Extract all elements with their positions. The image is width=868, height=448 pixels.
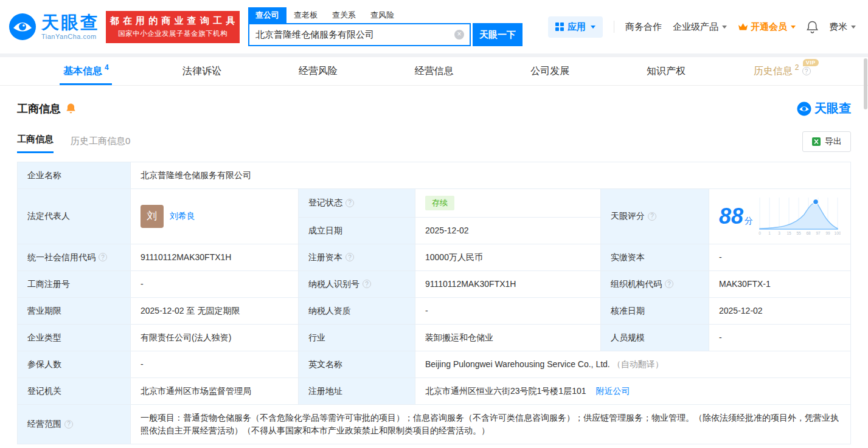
search-tab-boss[interactable]: 查老板	[286, 7, 325, 23]
tab-basic-info-label: 基本信息	[63, 65, 102, 78]
help-icon[interactable]: ?	[345, 199, 354, 207]
taxpayer-id-label: 纳税人识别号?	[299, 271, 415, 297]
subtab-history-business-info[interactable]: 历史工商信息0	[71, 136, 130, 153]
table-row: 法定代表人 刘 刘希良 登记状态? 存续 天眼评分?	[18, 189, 851, 218]
scrollbar-thumb[interactable]	[864, 58, 867, 109]
help-icon[interactable]: ?	[802, 67, 811, 75]
tab-operating-risk[interactable]: 经营风险	[260, 57, 376, 85]
search-button[interactable]: 天眼一下	[473, 23, 523, 46]
staff-size-label: 人员规模	[601, 324, 709, 351]
menu-business-cooperation[interactable]: 商务合作	[625, 21, 662, 33]
approval-date-value: 2025-12-02	[709, 297, 851, 324]
search-tab-relation[interactable]: 查关系	[325, 7, 363, 23]
menu-enterprise-products-label: 企业级产品	[673, 21, 718, 33]
org-code-value: MAK30FTX-1	[709, 271, 851, 297]
tab-operating-info-label: 经营信息	[415, 65, 454, 78]
reg-status-value: 存续	[415, 189, 601, 218]
business-term-value: 2025-12-02 至 无固定期限	[131, 297, 299, 324]
user-menu[interactable]: 费米	[829, 21, 856, 33]
tianyancha-watermark: 天眼查	[797, 100, 851, 117]
svg-text:1: 1	[768, 231, 771, 235]
vip-badge: VIP	[803, 59, 819, 66]
tab-basic-info[interactable]: 基本信息 4	[28, 57, 144, 85]
clear-search-icon[interactable]: ×	[454, 30, 464, 40]
reg-authority-label: 登记机关	[18, 377, 131, 404]
business-info-table: 企业名称 北京普隆维仓储服务有限公司 法定代表人 刘 刘希良 登记状态? 存续	[17, 162, 851, 444]
legal-rep-label: 法定代表人	[18, 189, 131, 244]
tab-legal-proceedings-label: 法律诉讼	[182, 65, 221, 78]
export-button[interactable]: 导出	[802, 131, 851, 152]
divider	[614, 21, 614, 33]
menu-enterprise-products[interactable]: 企业级产品	[673, 21, 727, 33]
search-area: 查公司 查老板 查关系 查风险 × 天眼一下	[248, 7, 523, 46]
help-icon[interactable]: ?	[665, 280, 673, 288]
section-title: 工商信息	[17, 102, 61, 116]
apps-menu[interactable]: 应用	[548, 16, 603, 38]
table-row: 营业期限 2025-12-02 至 无固定期限 纳税人资质 - 核准日期 202…	[18, 297, 851, 324]
paid-capital-value: -	[709, 244, 851, 271]
promo-banner-line2: 国家中小企业发展子基金旗下机构	[106, 29, 240, 38]
business-scope-label: 经营范围?	[18, 404, 131, 444]
score-cell: 88分 0	[709, 189, 851, 244]
reg-capital-label: 注册资本?	[299, 244, 415, 271]
help-icon[interactable]: ?	[64, 420, 73, 429]
search-input[interactable]	[249, 24, 470, 45]
taxpayer-id-value: 91110112MAK30FTX1H	[415, 271, 601, 297]
svg-text:55: 55	[796, 231, 801, 235]
tab-company-development-label: 公司发展	[530, 65, 569, 78]
help-icon[interactable]: ?	[363, 280, 371, 288]
svg-text:3: 3	[778, 231, 780, 235]
tianyancha-logo[interactable]: 天眼查 TianYanCha.com	[9, 13, 100, 41]
tianyancha-watermark-icon	[797, 102, 811, 116]
establish-date-label: 成立日期	[299, 217, 415, 244]
company-name-value: 北京普隆维仓储服务有限公司	[131, 162, 851, 189]
tab-history-info-count: 2	[795, 63, 799, 72]
tab-basic-info-count: 4	[105, 63, 109, 72]
tab-legal-proceedings[interactable]: 法律诉讼	[144, 57, 260, 85]
search-tab-risk[interactable]: 查风险	[363, 7, 401, 23]
svg-text:99: 99	[825, 231, 830, 235]
business-scope-value: 一般项目：普通货物仓储服务（不含危险化学品等需许可审批的项目）；信息咨询服务（不…	[131, 404, 851, 444]
reg-no-label: 工商注册号	[18, 271, 131, 297]
industry-value: 装卸搬运和仓储业	[415, 324, 601, 351]
taxpayer-quality-label: 纳税人资质	[299, 297, 415, 324]
svg-text:68: 68	[806, 231, 811, 235]
reg-authority-value: 北京市通州区市场监督管理局	[131, 377, 299, 404]
table-row: 企业名称 北京普隆维仓储服务有限公司	[18, 162, 851, 189]
legal-rep-link[interactable]: 刘希良	[170, 210, 195, 222]
status-badge: 存续	[425, 196, 454, 210]
menu-open-vip[interactable]: 开通会员	[738, 21, 796, 33]
tab-operating-info[interactable]: 经营信息	[376, 57, 492, 85]
logo-subtext: TianYanCha.com	[41, 33, 100, 40]
crown-icon	[738, 22, 748, 31]
company-type-value: 有限责任公司(法人独资)	[131, 324, 299, 351]
table-row: 统一社会信用代码? 91110112MAK30FTX1H 注册资本? 10000…	[18, 244, 851, 271]
legal-rep-cell: 刘 刘希良	[131, 189, 299, 244]
industry-label: 行业	[299, 324, 415, 351]
table-row: 企业类型 有限责任公司(法人独资) 行业 装卸搬运和仓储业 人员规模 -	[18, 324, 851, 351]
svg-text:100: 100	[835, 231, 841, 235]
legal-rep-avatar[interactable]: 刘	[141, 205, 164, 228]
search-tab-company[interactable]: 查公司	[248, 7, 286, 23]
nearby-companies-link[interactable]: 附近公司	[595, 386, 630, 396]
approval-date-label: 核准日期	[601, 297, 709, 324]
tab-company-development[interactable]: 公司发展	[492, 57, 608, 85]
subscribe-bell-icon[interactable]	[66, 103, 76, 114]
search-tabs: 查公司 查老板 查关系 查风险	[248, 7, 523, 23]
tab-history-info[interactable]: VIP 历史信息 2 ?	[724, 57, 840, 85]
help-icon[interactable]: ?	[345, 253, 354, 261]
establish-date-value: 2025-12-02	[415, 217, 601, 244]
help-icon[interactable]: ?	[99, 253, 107, 261]
help-icon[interactable]: ?	[648, 212, 656, 221]
subtab-business-info[interactable]: 工商信息	[17, 134, 54, 153]
username: 费米	[829, 21, 847, 33]
tab-intellectual-property[interactable]: 知识产权	[608, 57, 724, 85]
reg-capital-value: 10000万人民币	[415, 244, 601, 271]
company-type-label: 企业类型	[18, 324, 131, 351]
notification-bell-icon[interactable]	[807, 21, 818, 33]
uscc-label: 统一社会信用代码?	[18, 244, 131, 271]
org-code-label: 组织机构代码?	[601, 271, 709, 297]
english-name-value: Beijing Pulongwei Warehousing Service Co…	[415, 351, 851, 377]
search-box: ×	[248, 23, 471, 46]
promo-banner-line1: 都 在 用 的 商 业 查 询 工 具	[106, 15, 240, 27]
